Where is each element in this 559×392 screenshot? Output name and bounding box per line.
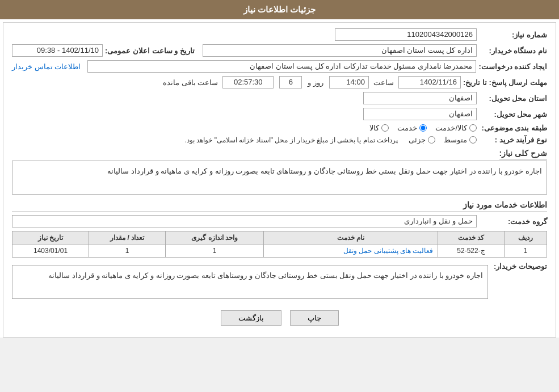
mohlat-rooz-label: روز و — [308, 78, 323, 87]
page-header: جزئیات اطلاعات نیاز — [0, 0, 559, 19]
nam-dastgah-row: نام دستگاه خریدار: اداره کل پست استان اص… — [12, 44, 547, 57]
radio-kala-khedmat: کالا/خدمت — [435, 124, 477, 132]
mohlat-row: مهلت ارسال پاسخ: تا تاریخ: 1402/11/16 سا… — [12, 76, 547, 88]
col-tedad: تعداد / مقدار — [89, 231, 166, 245]
mohlat-remaining-label: ساعت باقی مانده — [163, 78, 218, 87]
shomara-value: 1102004342000126 — [335, 28, 477, 41]
shahr-value: اصفهان — [363, 108, 477, 120]
farayand-row: نوع فرآیند خرید : متوسط جزئی پرداخت تمام… — [12, 136, 547, 144]
radio-kala-khedmat-input[interactable] — [469, 124, 477, 132]
cell-vahed: 1 — [166, 245, 264, 258]
radio-kala-khedmat-label: کالا/خدمت — [435, 124, 467, 132]
tabaqe-radio-group: کالا/خدمت خدمت کالا — [369, 124, 477, 132]
tarikh-value: 1402/11/10 - 09:38 — [12, 44, 103, 57]
etelaat-link[interactable]: اطلاعات تماس خریدار — [12, 62, 81, 71]
print-button[interactable]: چاپ — [290, 310, 339, 326]
tosif-label: توصیحات خریدار: — [494, 262, 547, 271]
radio-kala: کالا — [369, 124, 389, 132]
sharh-section: شرح کلی نیاز: اجاره خودرو با راننده در ا… — [12, 149, 547, 195]
tosif-section: توصیحات خریدار: اجاره خودرو با راننده در… — [12, 262, 547, 302]
radio-jozvi: جزئی — [409, 136, 435, 144]
ostan-value: اصفهان — [363, 92, 477, 104]
col-radif: ردیف — [504, 231, 547, 245]
tabaqe-label: طبقه بندی موضوعی: — [479, 124, 547, 132]
radio-khedmat-input[interactable] — [419, 124, 427, 132]
shahr-row: شهر محل تحویل: اصفهان — [12, 108, 547, 120]
farayand-text: پرداخت تمام یا بخشی از مبلغ خریدار از مح… — [185, 136, 398, 144]
cell-tedad: 1 — [89, 245, 166, 258]
ijad-value: محمدرضا نامداری مسئول خدمات تدارکات ادار… — [87, 60, 476, 73]
radio-motevaset: متوسط — [444, 136, 477, 144]
page-wrapper: جزئیات اطلاعات نیاز شماره نیاز: 11020043… — [0, 0, 559, 338]
radio-motevaset-input[interactable] — [469, 136, 477, 144]
col-kod: کد خدمت — [438, 231, 504, 245]
page-title: جزئیات اطلاعات نیاز — [243, 5, 316, 14]
tarikh-label: تاریخ و ساعت اعلان عمومی: — [105, 47, 195, 55]
back-button[interactable]: بازگشت — [221, 310, 281, 326]
services-table: ردیف کد خدمت نام خدمت واحد اندازه گیری ت… — [12, 231, 547, 258]
radio-kala-input[interactable] — [381, 124, 389, 132]
sharh-value: اجاره خودرو با راننده در اختیار جهت حمل … — [12, 161, 547, 195]
farayand-label: نوع فرآیند خرید : — [479, 136, 547, 144]
gorooh-row: گروه خدمت: حمل و نقل و انبارداری — [12, 215, 547, 227]
nam-dastgah-value: اداره کل پست استان اصفهان — [203, 44, 477, 57]
shomara-row: شماره نیاز: 1102004342000126 — [12, 28, 547, 41]
ijad-label: ایجاد کننده درخواست: — [478, 62, 547, 71]
main-content: شماره نیاز: 1102004342000126 نام دستگاه … — [3, 22, 556, 338]
mohlat-remaining: 02:57:30 — [222, 76, 274, 88]
cell-kod: ج-522-52 — [438, 245, 504, 258]
gorooh-label: گروه خدمت: — [479, 217, 547, 226]
col-tarikh: تاریخ نیاز — [12, 231, 89, 245]
ijad-row: ایجاد کننده درخواست: محمدرضا نامداری مسئ… — [12, 60, 547, 73]
col-nam: نام خدمت — [264, 231, 438, 245]
nam-dastgah-label: نام دستگاه خریدار: — [479, 47, 547, 55]
mohlat-label: مهلت ارسال پاسخ: تا تاریخ: — [463, 78, 547, 87]
mohlat-date: 1402/11/16 — [398, 76, 461, 88]
radio-jozvi-input[interactable] — [428, 136, 435, 144]
tosif-value: اجاره خودرو با راننده در اختیار جهت حمل … — [12, 265, 488, 299]
radio-jozvi-label: جزئی — [409, 136, 426, 144]
ostan-label: استان محل تحویل: — [479, 94, 547, 103]
tabaqe-row: طبقه بندی موضوعی: کالا/خدمت خدمت کالا — [12, 124, 547, 132]
cell-nam: فعالیت های پشتیبانی حمل ونقل — [264, 245, 438, 258]
radio-khedmat-label: خدمت — [397, 124, 417, 132]
ostan-row: استان محل تحویل: اصفهان — [12, 92, 547, 104]
button-row: چاپ بازگشت — [12, 310, 547, 326]
radio-kala-label: کالا — [369, 124, 379, 132]
etelaat-khedmat-title: اطلاعات خدمات مورد نیاز — [12, 200, 547, 212]
shomara-label: شماره نیاز: — [479, 31, 547, 39]
mohlat-rooz: 6 — [279, 76, 302, 88]
table-row: 1 ج-522-52 فعالیت های پشتیبانی حمل ونقل … — [12, 245, 547, 258]
sharh-title: شرح کلی نیاز: — [499, 149, 547, 160]
col-vahed: واحد اندازه گیری — [166, 231, 264, 245]
gorooh-value: حمل و نقل و انبارداری — [12, 215, 477, 227]
shahr-label: شهر محل تحویل: — [479, 110, 547, 119]
cell-radif: 1 — [504, 245, 547, 258]
mohlat-saat-label: ساعت — [373, 78, 394, 87]
cell-tarikh: 1403/01/01 — [12, 245, 89, 258]
radio-khedmat: خدمت — [397, 124, 427, 132]
mohlat-saat: 14:00 — [329, 76, 369, 88]
radio-motevaset-label: متوسط — [444, 136, 467, 144]
farayand-radio-group: متوسط جزئی — [409, 136, 477, 144]
